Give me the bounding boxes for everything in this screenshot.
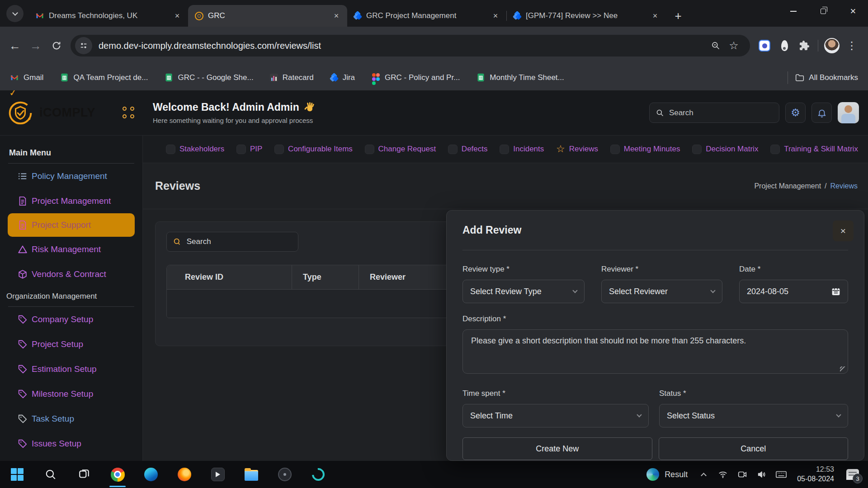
touch-keyboard-tray-icon[interactable] [773,465,789,483]
bookmark-qa-team-sheet[interactable]: QA Team Project de... [60,73,148,82]
camera-tray-icon[interactable] [734,465,750,483]
settings-button[interactable]: ⚙ [785,103,806,123]
tab-incidents[interactable]: Incidents [500,145,544,154]
sidebar-item-company-setup[interactable]: Company Setup [0,307,142,332]
task-view-button[interactable] [74,465,94,484]
browser-menu-button[interactable]: ⋮ [842,36,862,56]
tab-pip[interactable]: PIP [236,145,262,154]
sidebar-item-project-management[interactable]: Project Management [0,188,142,213]
column-header-type[interactable]: Type [292,265,359,289]
taskbar-clock[interactable]: 12:53 05-08-2024 [793,465,839,484]
user-avatar[interactable] [838,102,859,123]
bookmark-jira[interactable]: Jira [330,73,355,82]
sidebar-item-risk-management[interactable]: Risk Management [0,237,142,262]
taskbar-edge-button[interactable] [141,465,161,484]
icomply-logo-icon [8,100,33,126]
bookmark-ratecard[interactable]: Ratecard [270,73,314,82]
bookmark-monthly-timesheet[interactable]: Monthly Time Sheet... [476,73,564,82]
url-text[interactable]: demo.dev-icomply.dreamstechnologies.com/… [99,41,707,51]
tab-defects[interactable]: Defects [448,145,488,154]
header-search[interactable] [649,103,779,123]
calendar-icon[interactable] [831,287,840,296]
sidebar-item-vendors-contract[interactable]: Vendors & Contract [0,262,142,286]
start-button[interactable] [7,465,27,484]
create-new-button[interactable]: Create New [462,437,652,460]
tab-search-button[interactable] [6,5,24,22]
sidebar-toggle-grid-icon[interactable] [123,107,135,119]
browser-tab-gmail[interactable]: Dreams Technologies, UK × [29,6,188,26]
bookmark-label: GRC - - Google She... [178,73,253,82]
sidebar-item-issues-setup[interactable]: Issues Setup [0,431,142,456]
tab-stakeholders[interactable]: Stakeholders [166,145,224,154]
taskbar-search-button[interactable] [41,465,61,484]
bookmark-gmail[interactable]: Gmail [10,73,43,82]
sidebar-item-project-support-active[interactable]: Project Support [8,213,135,237]
reviews-search[interactable] [166,232,298,252]
extension-icon-pin[interactable] [774,36,794,56]
browser-profile-avatar[interactable] [822,36,842,56]
browser-tab-jira-ticket[interactable]: [GPM-774] Review >> Nee × [507,6,666,26]
breadcrumb-parent[interactable]: Project Management [754,182,821,190]
taskbar-teal-app-button[interactable] [308,465,328,484]
tray-overflow-button[interactable] [695,465,712,483]
notifications-button[interactable] [811,103,832,123]
window-minimize-button[interactable] [778,0,808,23]
tab-close-icon[interactable]: × [172,10,183,21]
search-icon [173,237,181,246]
tab-close-icon[interactable]: × [490,10,501,21]
forward-button[interactable]: → [25,35,46,56]
description-textarea[interactable] [462,329,848,374]
reviewer-select[interactable]: Select Reviewer [601,280,722,303]
keyboard-icon [775,469,787,479]
tab-configurable-items[interactable]: Configurable Items [274,145,353,154]
tab-meeting-minutes[interactable]: Meeting Minutes [610,145,680,154]
date-input[interactable]: 2024-08-05 [739,280,848,303]
address-bar[interactable]: demo.dev-icomply.dreamstechnologies.com/… [71,35,750,56]
bookmark-grc-sheet[interactable]: GRC - - Google She... [164,73,253,82]
sidebar-item-policy-management[interactable]: Policy Management [0,164,142,188]
all-bookmarks-button[interactable]: All Bookmarks [795,73,858,82]
modal-close-button[interactable]: × [833,221,854,241]
taskbar-firefox-button[interactable] [175,465,194,484]
tab-reviews-active[interactable]: ☆Reviews [556,144,598,154]
clock-time: 12:53 [797,465,834,474]
new-tab-button[interactable]: + [670,7,687,24]
notification-center-button[interactable]: 3 [842,465,863,484]
zoom-icon[interactable] [707,37,725,55]
tab-decision-matrix[interactable]: Decision Matrix [692,145,758,154]
browser-tab-jira-project[interactable]: GRC Project Management × [347,6,506,26]
reload-button[interactable] [46,35,67,56]
bookmark-grc-policy[interactable]: GRC - Policy and Pr... [371,73,460,82]
tab-close-icon[interactable]: × [331,10,342,21]
header-search-input[interactable] [669,108,773,117]
sidebar-item-milestone-setup[interactable]: Milestone Setup [0,381,142,406]
tab-training-skill-matrix[interactable]: Training & Skill Matrix [770,145,858,154]
bookmark-star-icon[interactable]: ☆ [725,37,743,55]
sidebar-item-task-setup[interactable]: Task Setup [0,406,142,431]
wifi-tray-icon[interactable] [715,465,731,483]
cancel-button[interactable]: Cancel [659,437,849,460]
taskbar-file-explorer-button[interactable] [241,465,261,484]
sidebar-item-estimation-setup[interactable]: Estimation Setup [0,357,142,381]
window-close-button[interactable]: × [838,0,868,23]
site-info-icon[interactable] [75,37,92,54]
taskbar-app-button[interactable] [208,465,228,484]
taskbar-chrome-button[interactable] [108,465,127,484]
brand-logo[interactable]: iCOMPLY ✓ [0,90,143,135]
tab-close-icon[interactable]: × [650,10,660,21]
review-type-select[interactable]: Select Review Type [462,280,585,303]
column-header-review-id[interactable]: Review ID [167,272,292,282]
extensions-puzzle-icon[interactable] [794,36,814,56]
window-restore-button[interactable] [808,0,838,23]
time-spent-select[interactable]: Select Time [462,404,649,427]
volume-tray-icon[interactable] [754,465,770,483]
taskbar-media-app-button[interactable] [275,465,295,484]
widgets-button[interactable]: Result [642,465,692,484]
back-button[interactable]: ← [5,35,25,56]
tab-change-request[interactable]: Change Request [365,145,436,154]
status-select[interactable]: Select Status [659,404,848,427]
browser-tab-grc-active[interactable]: GRC × [188,5,347,27]
sidebar-item-project-setup[interactable]: Project Setup [0,332,142,357]
extension-icon-blue[interactable] [755,36,774,56]
reviews-search-input[interactable] [187,237,292,246]
